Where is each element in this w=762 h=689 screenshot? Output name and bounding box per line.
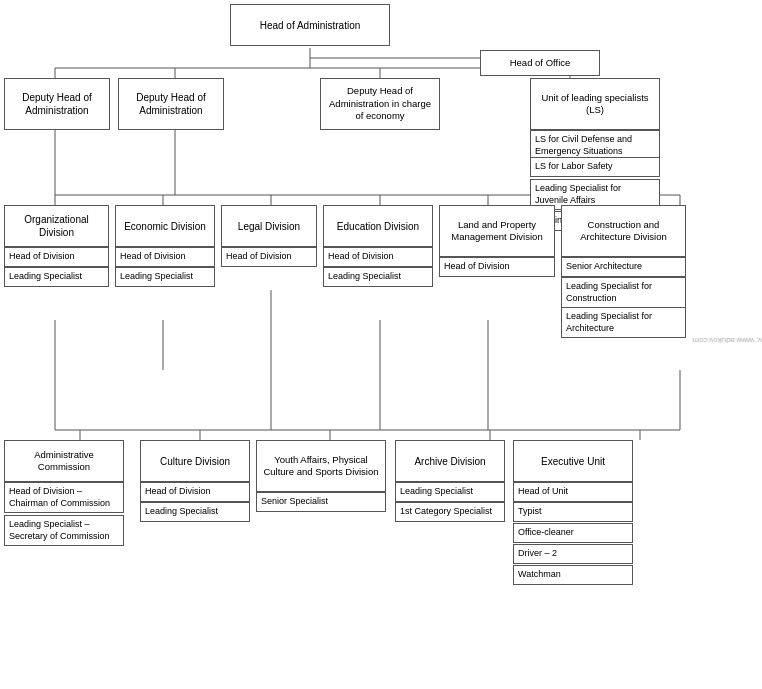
legal-div-node: Legal Division	[221, 205, 317, 247]
const-div-node: Construction and Architecture Division	[561, 205, 686, 257]
uls-node: Unit of leading specialists (LS)	[530, 78, 660, 130]
eco-sub2: Leading Specialist	[115, 267, 215, 287]
org-chart: Head of Administration Head of Office De…	[0, 0, 752, 680]
admin-comm-sub1: Head of Division – Chairman of Commissio…	[4, 482, 124, 513]
admin-comm-node: Administrative Commission	[4, 440, 124, 482]
youth-sub1: Senior Specialist	[256, 492, 386, 512]
culture-sub1: Head of Division	[140, 482, 250, 502]
org-sub1: Head of Division	[4, 247, 109, 267]
const-sub1: Senior Architecture	[561, 257, 686, 277]
head-admin-node: Head of Administration	[230, 4, 390, 46]
youth-div-node: Youth Affairs, Physical Culture and Spor…	[256, 440, 386, 492]
org-div-node: Organizational Division	[4, 205, 109, 247]
archive-div-node: Archive Division	[395, 440, 505, 482]
deputy2-node: Deputy Head of Administration	[118, 78, 224, 130]
eco-sub1: Head of Division	[115, 247, 215, 267]
edu-sub2: Leading Specialist	[323, 267, 433, 287]
head-office-node: Head of Office	[480, 50, 600, 76]
exec-sub5: Watchman	[513, 565, 633, 585]
const-sub2: Leading Specialist for Construction	[561, 277, 686, 308]
deputy1-node: Deputy Head of Administration	[4, 78, 110, 130]
exec-sub4: Driver – 2	[513, 544, 633, 564]
land-div-node: Land and Property Management Division	[439, 205, 555, 257]
exec-sub1: Head of Unit	[513, 482, 633, 502]
exec-sub2: Typist	[513, 502, 633, 522]
const-sub3: Leading Specialist for Architecture	[561, 307, 686, 338]
culture-sub2: Leading Specialist	[140, 502, 250, 522]
archive-sub1: Leading Specialist	[395, 482, 505, 502]
edu-div-node: Education Division	[323, 205, 433, 247]
watermark: © Rukhman Adukov, www.adukov.com	[692, 336, 762, 345]
admin-comm-sub2: Leading Specialist – Secretary of Commis…	[4, 515, 124, 546]
legal-sub1: Head of Division	[221, 247, 317, 267]
archive-sub2: 1st Category Specialist	[395, 502, 505, 522]
org-sub2: Leading Specialist	[4, 267, 109, 287]
deputy3-node: Deputy Head of Administration in charge …	[320, 78, 440, 130]
exec-sub3: Office-cleaner	[513, 523, 633, 543]
exec-unit-node: Executive Unit	[513, 440, 633, 482]
eco-div-node: Economic Division	[115, 205, 215, 247]
culture-div-node: Culture Division	[140, 440, 250, 482]
uls-sub2: LS for Labor Safety	[530, 157, 660, 177]
edu-sub1: Head of Division	[323, 247, 433, 267]
land-sub1: Head of Division	[439, 257, 555, 277]
